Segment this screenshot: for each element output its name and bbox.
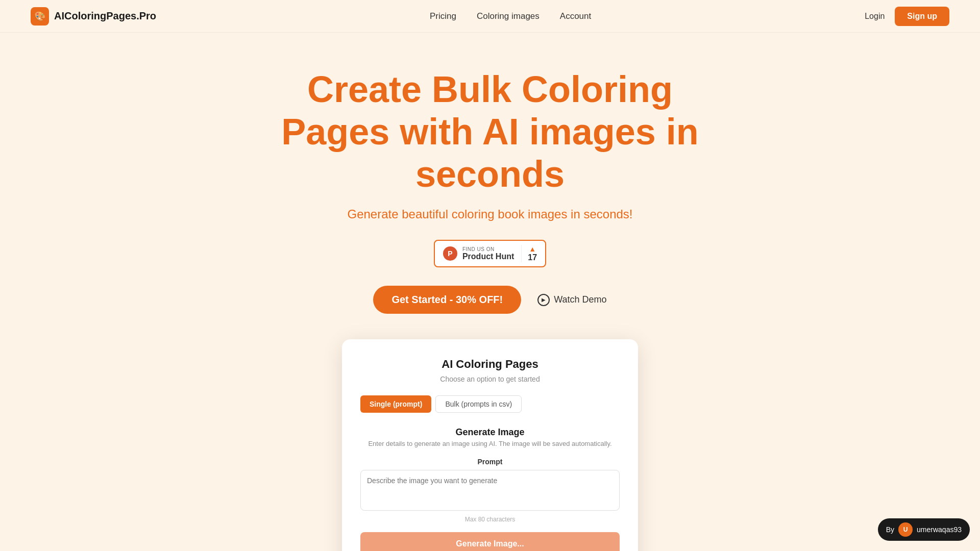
product-hunt-find-label: FIND US ON — [462, 246, 495, 252]
nav-pricing[interactable]: Pricing — [430, 11, 456, 21]
tab-single[interactable]: Single (prompt) — [360, 395, 431, 413]
play-icon: ▶ — [537, 294, 550, 306]
demo-card-subtitle: Choose an option to get started — [360, 375, 620, 383]
logo-icon: 🎨 — [31, 7, 49, 26]
watch-demo-button[interactable]: ▶ Watch Demo — [537, 294, 606, 306]
product-hunt-arrow: ▲ — [529, 245, 536, 253]
product-hunt-name: Product Hunt — [462, 252, 514, 261]
nav-coloring-images[interactable]: Coloring images — [477, 11, 540, 21]
watch-demo-label: Watch Demo — [554, 294, 606, 305]
prompt-label: Prompt — [360, 458, 620, 466]
product-hunt-count: ▲ 17 — [521, 245, 537, 262]
by-label: By — [886, 525, 894, 534]
nav-links: Pricing Coloring images Account — [430, 11, 591, 21]
get-started-button[interactable]: Get Started - 30% OFF! — [373, 286, 521, 314]
prompt-textarea[interactable] — [360, 470, 620, 511]
generate-button[interactable]: Generate Image... — [360, 532, 620, 551]
tab-bulk[interactable]: Bulk (prompts in csv) — [435, 395, 522, 413]
nav-auth: Login Sign up — [865, 7, 949, 26]
hero-section: Create Bulk Coloring Pages with AI image… — [0, 33, 980, 551]
demo-card-title: AI Coloring Pages — [360, 358, 620, 371]
by-user-badge: By U umerwaqas93 — [878, 518, 970, 541]
username-label: umerwaqas93 — [917, 525, 962, 534]
user-avatar: U — [898, 522, 913, 537]
product-hunt-text: FIND US ON Product Hunt — [462, 246, 514, 261]
logo-area: 🎨 AIColoringPages.Pro — [31, 7, 156, 26]
logo-text[interactable]: AIColoringPages.Pro — [54, 10, 156, 22]
product-hunt-logo: P — [443, 246, 457, 261]
cta-row: Get Started - 30% OFF! ▶ Watch Demo — [373, 286, 606, 314]
generate-desc: Enter details to generate an image using… — [360, 440, 620, 447]
hero-subtitle: Generate beautiful coloring book images … — [347, 207, 632, 221]
navbar: 🎨 AIColoringPages.Pro Pricing Coloring i… — [0, 0, 980, 33]
prompt-hint: Max 80 characters — [360, 516, 620, 523]
login-button[interactable]: Login — [865, 12, 885, 21]
tab-row: Single (prompt) Bulk (prompts in csv) — [360, 395, 620, 413]
demo-card: AI Coloring Pages Choose an option to ge… — [342, 339, 638, 551]
signup-button[interactable]: Sign up — [895, 7, 949, 26]
nav-account[interactable]: Account — [560, 11, 591, 21]
product-hunt-number: 17 — [528, 253, 537, 262]
product-hunt-badge[interactable]: P FIND US ON Product Hunt ▲ 17 — [434, 240, 546, 267]
hero-title: Create Bulk Coloring Pages with AI image… — [260, 68, 720, 195]
generate-title: Generate Image — [360, 427, 620, 438]
